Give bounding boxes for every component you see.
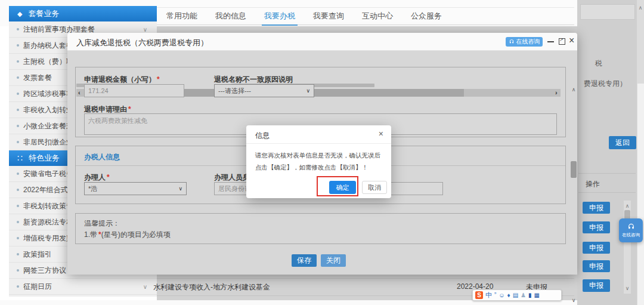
- handler-label: 办理人: [84, 173, 106, 181]
- modal-scroll-up-icon[interactable]: ∧: [570, 87, 577, 93]
- tips-panel: 温馨提示： 1.带*(星号)的项目为必填项: [75, 213, 566, 244]
- floating-consult-label: 在线咨询: [622, 232, 640, 238]
- handler-select[interactable]: *浩 ∨: [84, 182, 187, 195]
- sidebar-item-label: 主附税（费）联: [23, 57, 73, 67]
- bullet-icon: [17, 44, 19, 47]
- bullet-icon: [17, 172, 19, 175]
- bullet-icon: [17, 269, 19, 272]
- bullet-icon: [17, 93, 19, 95]
- page-root: 常用功能 我的信息 我要办税 我要查询 互动中心 公众服务 税 费退税专用） 返…: [0, 0, 644, 305]
- table-scroll-up-icon[interactable]: ∧: [624, 203, 631, 209]
- modal-scrollbar-thumb[interactable]: [571, 161, 577, 178]
- amount-label: 申请退税金额（小写）: [84, 75, 156, 84]
- sidebar-item-tax-calendar[interactable]: 征期日历 ∨: [9, 279, 157, 295]
- tips-text-prefix: 1.带: [84, 230, 97, 239]
- sidebar-item-label: 非居民扣缴企业: [23, 137, 73, 147]
- save-button[interactable]: 保存: [292, 254, 317, 267]
- operations-column-header: 操作: [586, 179, 600, 189]
- table-row-name: 水利建设专项收入-地方水利建设基金: [153, 282, 270, 292]
- table-scroll-down-icon[interactable]: ∨: [624, 285, 631, 291]
- ime-punctuation-icon[interactable]: ”: [494, 292, 496, 298]
- sidebar-item-label: 新资源税法专栏: [23, 217, 73, 227]
- divider: [578, 173, 636, 174]
- bullet-icon: [17, 141, 19, 143]
- tab-tax-handling[interactable]: 我要办税: [263, 7, 296, 25]
- bottom-margin: [0, 300, 577, 305]
- top-navigation: 常用功能 我的信息 我要办税 我要查询 互动中心 公众服务: [157, 7, 574, 25]
- tab-interaction-center[interactable]: 互动中心: [361, 7, 394, 25]
- ime-person-icon[interactable]: ♟: [521, 292, 526, 298]
- dialog-message: 请您再次核对表单信息是否无误，确认无误后点击【确定】，如需修改点击【取消】！: [255, 149, 385, 173]
- online-consult-button[interactable]: 在线咨询: [506, 37, 543, 47]
- floating-consult-widget[interactable]: 在线咨询: [619, 218, 643, 242]
- tab-common-functions[interactable]: 常用功能: [165, 7, 199, 25]
- chevron-down-icon: ∨: [143, 26, 147, 33]
- sidebar-group-title: 套餐业务: [28, 8, 59, 19]
- required-mark: *: [128, 105, 131, 113]
- grid-icon: ∷: [17, 153, 23, 163]
- divider: [578, 192, 636, 193]
- cancel-button[interactable]: 取消: [362, 181, 387, 194]
- required-mark: *: [107, 173, 110, 181]
- modal-vertical-scrollbar[interactable]: [637, 84, 644, 305]
- ime-chinese-mode-icon[interactable]: 中: [485, 292, 492, 298]
- ime-mic-icon[interactable]: ♦: [507, 292, 510, 298]
- bullet-icon: [17, 109, 19, 111]
- amount-input[interactable]: 171.24: [84, 84, 184, 97]
- headset-icon: [627, 223, 636, 231]
- modal-scroll-down-icon[interactable]: ∨: [570, 297, 577, 303]
- reason-name-label: 退税名称不一致原因说明: [214, 75, 293, 85]
- reason-name-select-value: ---请选择---: [218, 87, 251, 95]
- ime-keyboard-icon[interactable]: ▤: [513, 292, 518, 298]
- sidebar-group-title: 特色业务: [29, 153, 60, 164]
- clipped-page-title-fragment-1: 税: [595, 58, 602, 69]
- modal-title: 入库减免退抵税（六税两费退税专用）: [76, 38, 208, 48]
- online-consult-label: 在线咨询: [516, 38, 540, 46]
- apply-reason-label: 退税申请理由: [84, 105, 127, 113]
- declare-button-1[interactable]: 申报: [583, 202, 610, 214]
- dropdown-icon: ∨: [178, 186, 182, 192]
- tab-public-service[interactable]: 公众服务: [410, 7, 443, 25]
- back-button[interactable]: 返回: [609, 136, 636, 149]
- tab-my-info[interactable]: 我的信息: [214, 7, 247, 25]
- ime-toolbox-icon[interactable]: ▦: [534, 292, 540, 298]
- agent-section-title: 办税人信息: [84, 152, 120, 162]
- page-scroll-up-icon[interactable]: ∧: [637, 5, 644, 11]
- tips-title: 温馨提示：: [84, 218, 120, 229]
- sidebar-group-package-business[interactable]: ◆ 套餐业务: [9, 6, 157, 21]
- dropdown-icon: ∨: [306, 88, 310, 94]
- divider: [246, 143, 391, 144]
- declare-button-4[interactable]: 申报: [583, 260, 610, 272]
- declare-button-3[interactable]: 申报: [583, 242, 610, 254]
- right-background-panel: [577, 0, 644, 305]
- confirm-dialog: 信息 × 请您再次核对表单信息是否无误，确认无误后点击【确定】，如需修改点击【取…: [246, 125, 391, 198]
- declare-button-row[interactable]: 申报: [583, 279, 610, 292]
- close-window-icon[interactable]: ×: [569, 35, 574, 46]
- modal-header: 入库减免退抵税（六税两费退税专用） 在线咨询 ×: [67, 33, 577, 51]
- bullet-icon: [17, 221, 19, 223]
- sidebar-item-label: 发票套餐: [23, 73, 52, 83]
- bullet-icon: [17, 28, 19, 30]
- clipped-page-title-fragment-2: 费退税专用）: [584, 79, 627, 89]
- ime-toolbar[interactable]: S 中 ” ☺ ♦ ▤ ♟ ▮ ▦: [472, 289, 562, 301]
- bullet-icon: [17, 125, 19, 127]
- handler-select-value: *浩: [88, 184, 97, 193]
- dialog-close-icon[interactable]: ×: [379, 129, 383, 138]
- dialog-title: 信息: [255, 131, 270, 141]
- reason-name-select[interactable]: ---请选择--- ∨: [214, 84, 314, 97]
- declare-button-2[interactable]: 申报: [583, 221, 610, 233]
- bullet-icon: [17, 76, 19, 79]
- restore-window-icon[interactable]: [559, 38, 565, 45]
- sidebar-item-label: 网签三方协议: [23, 266, 66, 276]
- ime-skin-icon[interactable]: ▮: [528, 292, 532, 298]
- confirm-button[interactable]: 确定: [329, 181, 356, 194]
- close-button[interactable]: 关闭: [321, 254, 346, 267]
- sidebar-item-label: 非税划转政策专: [23, 201, 73, 211]
- bullet-icon: [17, 237, 19, 239]
- tab-my-query[interactable]: 我要查询: [312, 7, 345, 25]
- diamond-icon: ◆: [17, 10, 22, 18]
- ime-emoji-icon[interactable]: ☺: [499, 292, 504, 298]
- minimize-icon[interactable]: [547, 41, 554, 42]
- bullet-icon: [17, 189, 19, 191]
- sogou-logo-icon[interactable]: S: [475, 291, 483, 299]
